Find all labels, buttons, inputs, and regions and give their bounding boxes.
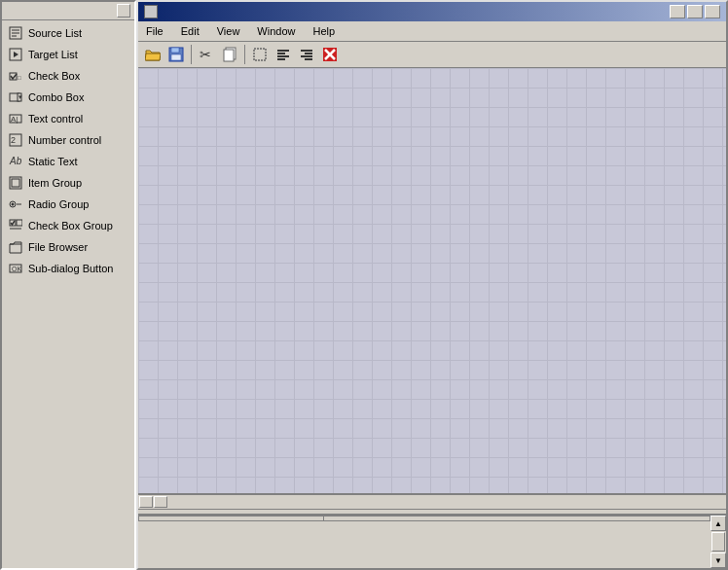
tool-item-radio-group[interactable]: Radio Group bbox=[2, 194, 134, 215]
tool-icon-item-group bbox=[8, 175, 23, 191]
tool-item-static-text[interactable]: Ab Static Text bbox=[2, 151, 134, 172]
tool-item-item-group[interactable]: Item Group bbox=[2, 172, 134, 194]
toolbar-btn-cut[interactable]: ✂ bbox=[196, 44, 217, 65]
toolbar-btn-align-right[interactable] bbox=[296, 44, 317, 65]
tool-label-check-box: Check Box bbox=[28, 70, 80, 82]
tool-icon-static-text: Ab bbox=[8, 154, 23, 169]
tool-icon-check-box-group bbox=[8, 218, 23, 233]
tools-panel: Source List Target List □ Check Box ▾ Co… bbox=[0, 0, 136, 570]
tool-item-combo-box[interactable]: ▾ Combo Box bbox=[2, 87, 134, 108]
toolbar-sep-2 bbox=[191, 45, 192, 64]
col-header-property bbox=[139, 517, 324, 521]
tool-label-number-control: Number control bbox=[28, 134, 101, 146]
window-icon bbox=[144, 5, 158, 18]
menu-item-edit[interactable]: Edit bbox=[177, 23, 203, 39]
props-table bbox=[138, 516, 710, 521]
svg-text:A|: A| bbox=[11, 115, 18, 124]
scroll-thumb[interactable] bbox=[711, 532, 725, 552]
props-table-wrapper bbox=[138, 516, 710, 568]
svg-text:✂: ✂ bbox=[200, 47, 211, 62]
menu-item-help[interactable]: Help bbox=[309, 23, 339, 39]
tool-icon-check-box: □ bbox=[8, 68, 23, 84]
tool-icon-radio-group bbox=[8, 196, 23, 212]
tool-label-sub-dialog-button: Sub-dialog Button bbox=[28, 263, 113, 274]
menu-item-window[interactable]: Window bbox=[253, 23, 299, 39]
svg-point-19 bbox=[12, 203, 15, 206]
tool-item-text-control[interactable]: A| Text control bbox=[2, 108, 134, 129]
svg-marker-5 bbox=[14, 52, 18, 57]
tool-item-sub-dialog-button[interactable]: OK Sub-dialog Button bbox=[2, 258, 134, 279]
titlebar-controls bbox=[670, 5, 720, 18]
menubar: FileEditViewWindowHelp bbox=[138, 21, 726, 42]
tool-label-combo-box: Combo Box bbox=[28, 91, 84, 103]
tool-item-file-browser[interactable]: File Browser bbox=[2, 236, 134, 258]
svg-rect-28 bbox=[171, 54, 181, 60]
tool-item-check-box[interactable]: □ Check Box bbox=[2, 65, 134, 87]
bottom-area: ▲ ▼ bbox=[138, 493, 726, 568]
title-left bbox=[144, 5, 162, 18]
svg-text:Ab: Ab bbox=[9, 156, 22, 166]
tool-item-target-list[interactable]: Target List bbox=[2, 44, 134, 65]
tool-icon-number-control: 2 bbox=[8, 132, 23, 148]
scroll-arrows bbox=[138, 495, 726, 510]
tool-label-target-list: Target List bbox=[28, 49, 78, 60]
dialog-properties: ▲ ▼ bbox=[138, 510, 726, 568]
svg-rect-31 bbox=[224, 50, 234, 61]
svg-rect-17 bbox=[12, 179, 19, 187]
main-titlebar bbox=[138, 2, 726, 21]
tool-icon-text-control: A| bbox=[8, 111, 23, 126]
col-header-value bbox=[324, 517, 710, 521]
tools-titlebar bbox=[2, 2, 134, 20]
scroll-left-button[interactable] bbox=[139, 496, 153, 508]
toolbar-sep-4 bbox=[244, 45, 245, 64]
toolbar-btn-copy[interactable] bbox=[219, 44, 240, 65]
tool-label-radio-group: Radio Group bbox=[28, 198, 89, 210]
tool-icon-target-list bbox=[8, 47, 23, 62]
scroll-up-button[interactable]: ▲ bbox=[710, 516, 726, 531]
props-wrapper: ▲ ▼ bbox=[138, 515, 726, 568]
canvas-area[interactable] bbox=[138, 68, 726, 493]
tool-item-check-box-group[interactable]: Check Box Group bbox=[2, 215, 134, 236]
main-window: FileEditViewWindowHelp ✂ bbox=[136, 0, 728, 570]
tool-icon-combo-box: ▾ bbox=[8, 89, 23, 105]
svg-text:OK: OK bbox=[12, 266, 21, 272]
toolbar-btn-frame[interactable] bbox=[249, 44, 271, 65]
tool-label-check-box-group: Check Box Group bbox=[28, 220, 113, 232]
toolbar-btn-save[interactable] bbox=[165, 44, 187, 65]
scroll-right-button[interactable] bbox=[154, 496, 167, 508]
tool-icon-file-browser bbox=[8, 239, 23, 255]
tool-icon-source-list bbox=[8, 25, 23, 41]
maximize-button[interactable] bbox=[687, 5, 703, 18]
svg-text:2: 2 bbox=[11, 135, 16, 145]
tool-label-static-text: Static Text bbox=[28, 156, 78, 167]
menu-item-file[interactable]: File bbox=[142, 23, 167, 39]
toolbar-btn-align-left[interactable] bbox=[273, 44, 294, 65]
tools-list: Source List Target List □ Check Box ▾ Co… bbox=[2, 20, 134, 281]
toolbar-btn-close-red[interactable] bbox=[319, 44, 341, 65]
scroll-down-button[interactable]: ▼ bbox=[710, 552, 726, 568]
tool-label-item-group: Item Group bbox=[28, 177, 82, 189]
tool-icon-sub-dialog-button: OK bbox=[8, 261, 23, 276]
tool-label-source-list: Source List bbox=[28, 27, 82, 39]
svg-text:▾: ▾ bbox=[18, 93, 22, 100]
tool-label-text-control: Text control bbox=[28, 113, 83, 125]
tool-label-file-browser: File Browser bbox=[28, 241, 88, 253]
tool-item-number-control[interactable]: 2 Number control bbox=[2, 129, 134, 151]
props-scrollbar: ▲ ▼ bbox=[710, 516, 726, 568]
menu-item-view[interactable]: View bbox=[213, 23, 244, 39]
close-button[interactable] bbox=[705, 5, 720, 18]
tool-item-source-list[interactable]: Source List bbox=[2, 22, 134, 44]
svg-rect-27 bbox=[171, 48, 179, 53]
tools-close-button[interactable] bbox=[117, 4, 130, 18]
minimize-button[interactable] bbox=[670, 5, 685, 18]
toolbar: ✂ bbox=[138, 42, 726, 68]
svg-rect-32 bbox=[254, 49, 266, 60]
svg-text:□: □ bbox=[18, 75, 21, 81]
svg-rect-22 bbox=[17, 220, 22, 226]
toolbar-btn-open[interactable] bbox=[142, 44, 164, 65]
